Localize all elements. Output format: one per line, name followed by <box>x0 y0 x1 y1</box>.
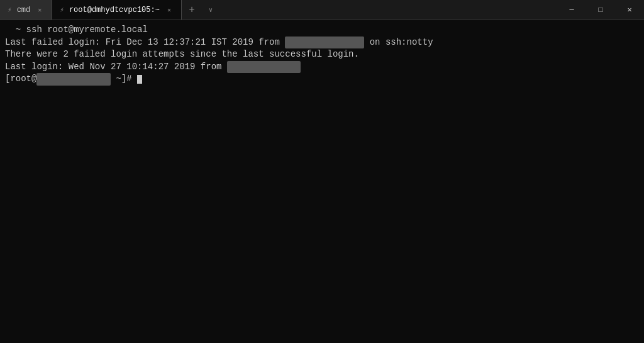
maximize-icon: □ <box>598 6 602 14</box>
command-line: ~ ssh root@myremote.local <box>5 24 639 37</box>
ssh-icon: ⚡ <box>60 6 64 14</box>
attempts-line: There were 2 failed login attempts since… <box>5 48 639 61</box>
dropdown-icon: ∨ <box>209 6 213 14</box>
attempts-text: There were 2 failed login attempts since… <box>5 48 359 61</box>
titlebar-tabs: ⚡ cmd ✕ ⚡ root@dmhydtcvpc105:~ ✕ + ∨ <box>0 0 557 20</box>
prompt-hostname-redacted <box>36 73 111 86</box>
window-controls: ─ □ ✕ <box>557 0 644 20</box>
prompt-line: [root@ ~]# <box>5 73 639 86</box>
prompt-suffix: ~]# <box>111 73 137 86</box>
new-tab-icon: + <box>189 4 195 16</box>
failed-login-ip-redacted <box>285 37 364 49</box>
tab-ssh-label: root@dmhydtcvpc105:~ <box>69 6 160 14</box>
tab-cmd-label: cmd <box>17 6 31 14</box>
terminal-area[interactable]: ~ ssh root@myremote.local Last failed lo… <box>0 20 644 343</box>
maximize-button[interactable]: □ <box>586 0 615 20</box>
close-icon: ✕ <box>627 5 631 14</box>
prompt-prefix: [root@ <box>5 73 36 86</box>
minimize-button[interactable]: ─ <box>557 0 586 20</box>
tab-cmd[interactable]: ⚡ cmd ✕ <box>0 0 52 20</box>
tab-cmd-close[interactable]: ✕ <box>35 5 44 15</box>
command-text: ~ ssh root@myremote.local <box>5 24 148 37</box>
titlebar: ⚡ cmd ✕ ⚡ root@dmhydtcvpc105:~ ✕ + ∨ ─ □… <box>0 0 644 20</box>
failed-login-suffix: on ssh:notty <box>364 37 433 49</box>
tab-ssh-close[interactable]: ✕ <box>165 5 174 15</box>
failed-login-prefix: Last failed login: Fri Dec 13 12:37:21 I… <box>5 37 285 49</box>
tab-ssh[interactable]: ⚡ root@dmhydtcvpc105:~ ✕ <box>52 0 182 20</box>
last-login-line: Last login: Wed Nov 27 10:14:27 2019 fro… <box>5 61 639 74</box>
last-login-prefix: Last login: Wed Nov 27 10:14:27 2019 fro… <box>5 61 227 74</box>
new-tab-button[interactable]: + <box>182 0 202 20</box>
last-failed-login-line: Last failed login: Fri Dec 13 12:37:21 I… <box>5 37 639 49</box>
last-login-ip-redacted <box>227 61 301 74</box>
terminal-cursor <box>137 75 142 84</box>
minimize-icon: ─ <box>569 6 574 14</box>
cmd-icon: ⚡ <box>8 6 12 14</box>
close-button[interactable]: ✕ <box>615 0 644 20</box>
tabs-dropdown-button[interactable]: ∨ <box>202 0 219 20</box>
